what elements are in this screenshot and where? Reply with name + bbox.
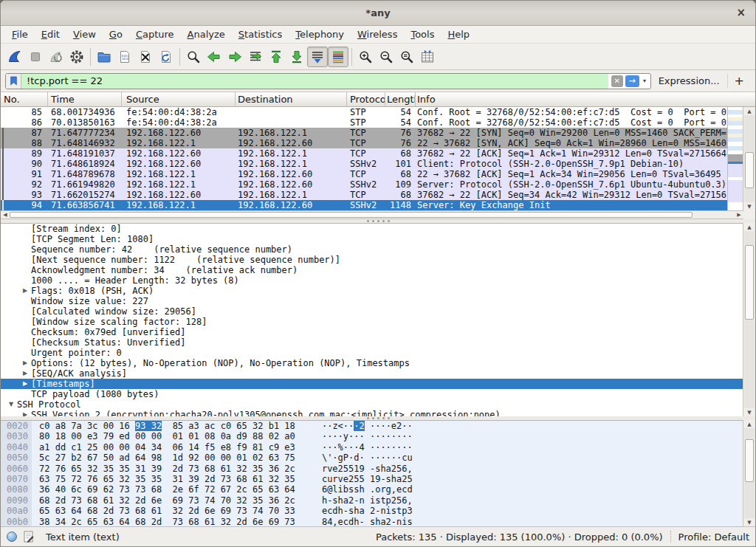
zoom-reset-button[interactable] [396, 47, 417, 67]
packet-row[interactable]: 9471.663856741192.168.122.1192.168.122.6… [1, 200, 727, 210]
packet-row[interactable]: 9071.648618924192.168.122.60192.168.122.… [1, 159, 727, 169]
scroll-up-icon[interactable]: ▲ [743, 107, 755, 115]
expander-icon[interactable]: ▶ [19, 410, 31, 416]
scroll-down-icon[interactable]: ▼ [743, 408, 755, 416]
hex-row[interactable]: 008036 40 6c 69 62 73 73 68 2e 6f 72 67 … [1, 484, 743, 495]
scrollbar-thumb[interactable] [745, 152, 754, 189]
detail-line[interactable]: ▼SSH Protocol [1, 399, 743, 410]
scrollbar-thumb[interactable] [10, 212, 693, 218]
hex-row[interactable]: 00505c 27 b2 67 50 ad 64 98 1d 92 00 00 … [1, 453, 743, 463]
scroll-down-icon[interactable]: ▼ [743, 518, 755, 526]
detail-line[interactable]: Window size value: 227 [1, 296, 743, 306]
scroll-down-icon[interactable]: ▼ [743, 202, 755, 210]
scroll-left-icon[interactable]: ◀ [1, 211, 10, 219]
scroll-up-icon[interactable]: ▲ [743, 223, 755, 231]
go-to-packet-button[interactable] [245, 47, 266, 67]
go-last-button[interactable] [286, 47, 307, 67]
menu-wireless[interactable]: Wireless [351, 29, 404, 40]
go-back-button[interactable] [204, 47, 224, 67]
status-profile[interactable]: Profile: Default [678, 531, 749, 543]
detail-line[interactable]: [Calculated window size: 29056] [1, 306, 743, 317]
column-header-protocol[interactable]: Protocol [347, 92, 385, 106]
hex-row[interactable]: 003080 18 00 e3 79 ed 00 00 01 01 08 0a … [1, 431, 743, 441]
scrollbar-thumb[interactable] [745, 439, 754, 483]
detail-line[interactable]: Acknowledgment number: 34 (relative ack … [1, 265, 743, 275]
expander-icon[interactable]: ▶ [19, 368, 31, 379]
capture-options-button[interactable] [66, 47, 87, 67]
packet-row[interactable]: 9271.661949820192.168.122.1192.168.122.6… [1, 179, 727, 190]
detail-line[interactable]: [Window size scaling factor: 128] [1, 317, 743, 327]
detail-line[interactable]: [Stream index: 0] [1, 224, 743, 234]
auto-scroll-button[interactable] [307, 47, 328, 67]
reload-file-button[interactable] [156, 47, 176, 67]
detail-line[interactable]: ▶SSH Version 2 (encryption:chacha20-poly… [1, 410, 743, 416]
expert-info-icon[interactable] [7, 531, 17, 542]
expander-icon[interactable]: ▶ [19, 358, 31, 368]
expression-button[interactable]: Expression... [651, 75, 727, 86]
packet-row[interactable]: 8568.001734936fe:54:00:d4:38:2aSTP54Conf… [1, 107, 727, 117]
add-filter-button[interactable]: + [727, 74, 751, 88]
title-bar[interactable]: *any × [1, 1, 755, 26]
start-capture-button[interactable] [4, 47, 25, 67]
open-file-button[interactable] [94, 47, 114, 67]
packet-list-hscrollbar[interactable]: ◀ ▶ [1, 210, 743, 219]
packet-row[interactable]: 9371.662015274192.168.122.60192.168.122.… [1, 190, 727, 200]
expander-icon[interactable]: ▶ [19, 286, 31, 296]
detail-line[interactable]: ▶Flags: 0x018 (PSH, ACK) [1, 286, 743, 296]
packet-list-minimap[interactable] [727, 107, 743, 210]
menu-telephony[interactable]: Telephony [289, 29, 351, 40]
detail-line[interactable]: Checksum: 0x79ed [unverified] [1, 327, 743, 337]
detail-line[interactable]: [TCP Segment Len: 1080] [1, 234, 743, 244]
detail-line[interactable]: [Checksum Status: Unverified] [1, 337, 743, 348]
detail-line[interactable]: [Next sequence number: 1122 (relative se… [1, 255, 743, 265]
column-header-destination[interactable]: Destination [236, 92, 347, 106]
detail-line[interactable]: Sequence number: 42 (relative sequence n… [1, 244, 743, 255]
menu-edit[interactable]: Edit [35, 29, 66, 40]
go-first-button[interactable] [266, 47, 286, 67]
hex-row[interactable]: 009068 2d 73 68 61 32 2d 6e 69 73 74 70 … [1, 495, 743, 506]
detail-line[interactable]: ▶[SEQ/ACK analysis] [1, 368, 743, 379]
menu-capture[interactable]: Capture [129, 29, 181, 40]
column-header-time[interactable]: Time [48, 92, 122, 106]
detail-line[interactable]: ▶Options: (12 bytes), No-Operation (NOP)… [1, 358, 743, 368]
detail-line[interactable]: Urgent pointer: 0 [1, 348, 743, 358]
close-icon[interactable]: × [736, 7, 746, 18]
expander-icon[interactable]: ▶ [19, 379, 31, 389]
packet-row[interactable]: 8871.648146932192.168.122.1192.168.122.6… [1, 138, 727, 148]
column-header-source[interactable]: Source [122, 92, 236, 106]
zoom-in-button[interactable] [355, 47, 376, 67]
bookmark-icon[interactable] [6, 74, 21, 89]
zoom-out-button[interactable] [376, 47, 396, 67]
detail-line[interactable]: 1000 .... = Header Length: 32 bytes (8) [1, 275, 743, 286]
close-file-button[interactable] [135, 47, 156, 67]
filter-input[interactable]: !tcp.port == 22 [21, 74, 608, 89]
column-header-info[interactable]: Info [416, 92, 755, 106]
resize-columns-button[interactable] [417, 47, 438, 67]
details-scrollbar[interactable]: ▲ ▼ [743, 223, 755, 416]
save-file-button[interactable]: 01011010 [114, 47, 135, 67]
packet-list-scrollbar[interactable]: ▲ ▼ [743, 107, 755, 210]
hex-row[interactable]: 0040a1 dd c1 25 00 00 04 34 06 14 f5 e8 … [1, 442, 743, 453]
scrollbar-thumb[interactable] [745, 245, 754, 320]
menu-analyze[interactable]: Analyze [181, 29, 232, 40]
colorize-button[interactable] [328, 47, 348, 67]
clear-filter-icon[interactable]: ✕ [611, 75, 623, 87]
hex-row[interactable]: 007063 75 72 76 65 32 35 35 31 39 2d 73 … [1, 474, 743, 484]
packet-row[interactable]: 9171.648789678192.168.122.1192.168.122.6… [1, 169, 727, 179]
packet-row[interactable]: 8971.648191037192.168.122.60192.168.122.… [1, 148, 727, 159]
detail-line[interactable]: TCP payload (1080 bytes) [1, 389, 743, 399]
find-packet-button[interactable] [183, 47, 204, 67]
hex-row[interactable]: 00a065 63 64 68 2d 73 68 61 32 2d 6e 69 … [1, 506, 743, 516]
menu-view[interactable]: View [66, 29, 103, 40]
column-header-length[interactable]: Length [385, 92, 416, 106]
packet-row[interactable]: 8771.647777234192.168.122.60192.168.122.… [1, 128, 727, 138]
expander-icon[interactable]: ▼ [5, 399, 17, 410]
capture-comment-icon[interactable] [24, 531, 34, 543]
column-header-no[interactable]: No. [1, 92, 48, 106]
menu-help[interactable]: Help [441, 29, 476, 40]
menu-statistics[interactable]: Statistics [232, 29, 289, 40]
menu-tools[interactable]: Tools [404, 29, 441, 40]
scroll-up-icon[interactable]: ▲ [743, 420, 755, 428]
go-forward-button[interactable] [224, 47, 245, 67]
hex-row[interactable]: 00b038 34 2c 65 63 64 68 2d 73 68 61 32 … [1, 517, 743, 526]
